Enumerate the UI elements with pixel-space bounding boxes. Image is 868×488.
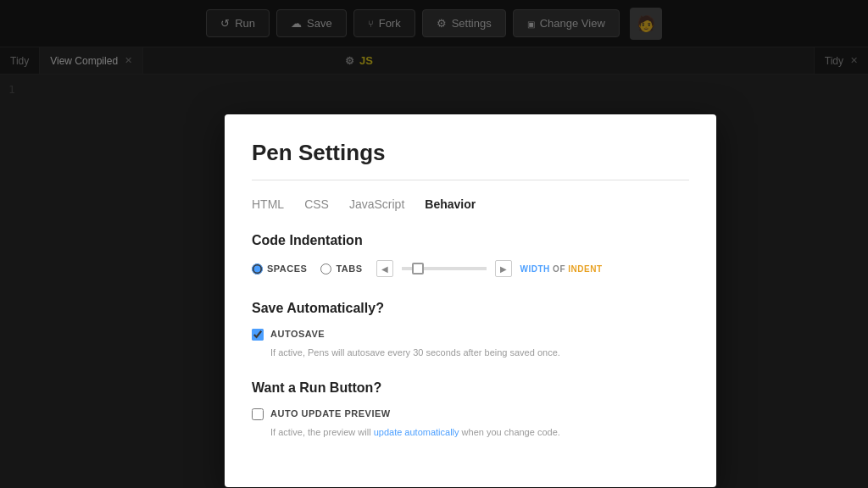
slider-container: ◀ ▶ WIDTH OF INDENT <box>376 260 603 277</box>
width-of-indent-label: WIDTH OF INDENT <box>520 264 603 274</box>
auto-update-row: AUTO UPDATE PREVIEW <box>252 408 689 420</box>
modal-tab-javascript[interactable]: JavaScript <box>349 197 404 213</box>
indent-row: SPACES TABS ◀ ▶ WIDTH OF INDENT <box>252 260 689 277</box>
slider-right-btn[interactable]: ▶ <box>495 260 512 277</box>
width-word: WIDTH <box>520 264 554 274</box>
modal-title: Pen Settings <box>252 140 689 166</box>
autosave-row: AUTOSAVE <box>252 328 689 341</box>
tabs-option[interactable]: TABS <box>320 263 362 274</box>
auto-update-hint: If active, the preview will update autom… <box>270 425 689 440</box>
autosave-label: AUTOSAVE <box>270 328 325 341</box>
auto-update-checkbox[interactable] <box>252 408 264 420</box>
slider-left-btn[interactable]: ◀ <box>376 260 393 277</box>
tabs-label: TABS <box>336 263 362 274</box>
tabs-radio[interactable] <box>320 263 331 274</box>
autosave-checkbox[interactable] <box>252 329 264 341</box>
indent-word: INDENT <box>568 264 602 274</box>
save-automatically-title: Save Automatically? <box>252 301 689 316</box>
of-word: OF <box>553 264 568 274</box>
spaces-option[interactable]: SPACES <box>252 263 307 274</box>
hint-suffix: when you change code. <box>459 427 560 437</box>
modal-tabs: HTML CSS JavaScript Behavior <box>252 197 689 213</box>
hint-prefix: If active, the preview will <box>270 427 374 437</box>
pen-settings-modal: Pen Settings HTML CSS JavaScript Behavio… <box>225 114 716 487</box>
code-indentation-title: Code Indentation <box>252 233 689 248</box>
autosave-hint: If active, Pens will autosave every 30 s… <box>270 346 689 360</box>
modal-tab-html[interactable]: HTML <box>252 197 284 213</box>
spaces-label: SPACES <box>267 263 307 274</box>
modal-tab-css[interactable]: CSS <box>304 197 329 213</box>
indent-slider[interactable] <box>402 267 487 270</box>
run-button-section: Want a Run Button? AUTO UPDATE PREVIEW I… <box>252 380 689 440</box>
modal-divider <box>252 180 689 180</box>
modal-tab-behavior[interactable]: Behavior <box>425 197 476 213</box>
auto-update-label: AUTO UPDATE PREVIEW <box>270 408 391 420</box>
spaces-radio[interactable] <box>252 263 263 274</box>
save-automatically-section: Save Automatically? AUTOSAVE If active, … <box>252 301 689 360</box>
run-button-title: Want a Run Button? <box>252 380 689 396</box>
hint-update: update automatically <box>374 427 459 437</box>
